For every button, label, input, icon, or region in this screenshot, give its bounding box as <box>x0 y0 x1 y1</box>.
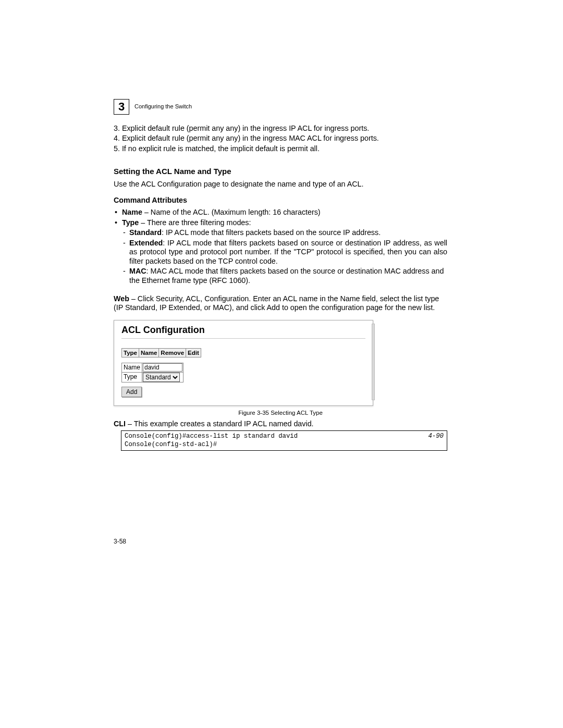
attr-name-bold: Name <box>122 208 142 216</box>
mode-standard-bold: Standard <box>129 228 162 237</box>
cli-code-ref: 4-90 <box>428 433 444 449</box>
mode-extended: Extended: IP ACL mode that filters packe… <box>122 239 447 266</box>
attr-name: Name – Name of the ACL. (Maximum length:… <box>114 208 447 217</box>
ss-th-edit: Edit <box>186 349 201 357</box>
cli-intro: CLI – This example creates a standard IP… <box>114 419 447 428</box>
mode-mac-bold: MAC <box>129 267 146 275</box>
acl-name-input[interactable] <box>143 363 182 372</box>
cli-code-box: Console(config)#access-list ip standard … <box>121 430 447 451</box>
command-attributes-heading: Command Attributes <box>114 196 447 205</box>
ss-th-name: Name <box>139 349 159 357</box>
rule-5: 5. If no explicit rule is matched, the i… <box>114 144 447 153</box>
attributes-list: Name – Name of the ACL. (Maximum length:… <box>114 208 447 285</box>
mode-standard-text: : IP ACL mode that filters packets based… <box>162 228 381 237</box>
ss-th-type: Type <box>122 349 139 357</box>
web-text: – Click Security, ACL, Configuration. En… <box>114 294 439 312</box>
mode-mac-text: : MAC ACL mode that filters packets base… <box>129 267 444 284</box>
mode-extended-text: : IP ACL mode that filters packets based… <box>129 239 447 265</box>
section-heading: Setting the ACL Name and Type <box>114 167 447 176</box>
acl-config-screenshot: ACL Configuration Type Name Remove Edit … <box>114 320 373 406</box>
rule-3: 3. Explicit default rule (permit any any… <box>114 124 447 133</box>
chapter-number: 3 <box>114 99 129 115</box>
attr-name-text: – Name of the ACL. (Maximum length: 16 c… <box>142 208 321 216</box>
page-number: 3-58 <box>114 538 126 545</box>
attr-type-text: – There are three filtering modes: <box>139 218 251 227</box>
ss-name-label: Name <box>122 363 142 373</box>
web-instructions: Web – Click Security, ACL, Configuration… <box>114 294 447 313</box>
cli-bold: CLI <box>114 419 126 428</box>
chapter-header: 3 Configuring the Switch <box>114 99 447 115</box>
ss-divider <box>121 338 365 339</box>
figure-caption: Figure 3-35 Selecting ACL Type <box>114 409 447 416</box>
page-body: 3 Configuring the Switch 3. Explicit def… <box>114 99 447 451</box>
cli-text: – This example creates a standard IP ACL… <box>126 419 314 428</box>
attr-type: Type – There are three filtering modes: … <box>114 218 447 285</box>
rule-4: 4. Explicit default rule (permit any any… <box>114 134 447 143</box>
acl-type-select[interactable]: Standard <box>143 373 180 382</box>
running-title: Configuring the Switch <box>134 103 192 110</box>
mode-mac: MAC: MAC ACL mode that filters packets b… <box>122 267 447 285</box>
attr-type-bold: Type <box>122 218 139 227</box>
web-bold: Web <box>114 294 129 303</box>
rule-list: 3. Explicit default rule (permit any any… <box>114 124 447 153</box>
cli-code-lines: Console(config)#access-list ip standard … <box>125 433 298 449</box>
ss-form-table: Name Type Standard <box>121 363 183 382</box>
ss-header-table: Type Name Remove Edit <box>121 348 201 357</box>
mode-extended-bold: Extended <box>129 239 163 247</box>
section-intro: Use the ACL Configuration page to design… <box>114 180 447 189</box>
add-button[interactable]: Add <box>121 387 142 397</box>
mode-standard: Standard: IP ACL mode that filters packe… <box>122 228 447 237</box>
ss-th-remove: Remove <box>159 349 186 357</box>
ss-type-label: Type <box>122 372 142 382</box>
ss-title: ACL Configuration <box>121 325 365 336</box>
